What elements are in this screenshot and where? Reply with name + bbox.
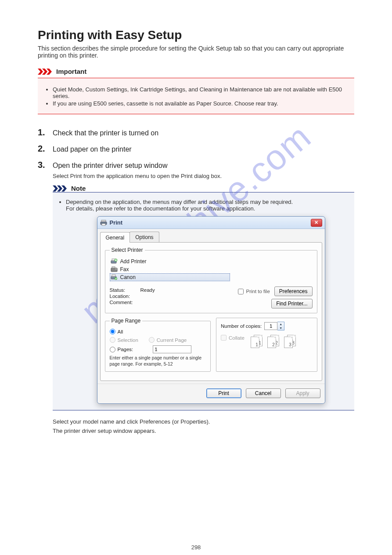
step-text: Check that the printer is turned on <box>53 129 158 137</box>
step-1: 1. Check that the printer is turned on <box>38 127 354 138</box>
tab-options[interactable]: Options <box>129 232 159 242</box>
radio-current-input <box>149 337 155 343</box>
page-number: 298 <box>191 544 201 551</box>
spin-down-icon[interactable]: ▼ <box>277 326 284 330</box>
note-label: Note <box>71 185 86 192</box>
step-text: Open the printer driver setup window <box>53 162 167 170</box>
step-3-detail: Select Print from the application menu t… <box>53 173 354 179</box>
radio-selection-input <box>110 337 115 343</box>
note-item: Depending on the application, the menus … <box>66 199 348 212</box>
dialog-titlebar[interactable]: Print ✕ <box>97 217 325 229</box>
radio-all-label: All <box>118 329 123 334</box>
radio-pages[interactable]: Pages: <box>110 345 206 353</box>
important-label: Important <box>56 68 86 75</box>
copies-spinner[interactable]: ▲ ▼ <box>264 322 284 330</box>
status-value: Ready <box>140 287 155 293</box>
step-3: 3. Open the printer driver setup window <box>38 160 354 170</box>
step-number: 3. <box>38 160 47 170</box>
pages-hint: Enter either a single page number or a s… <box>110 355 206 367</box>
print-to-file-label: Print to file <box>246 289 270 294</box>
dialog-title: Print <box>110 219 308 226</box>
svg-marker-3 <box>53 185 58 192</box>
close-icon: ✕ <box>314 220 318 225</box>
printer-name: Fax <box>120 266 129 272</box>
chevron-right-icon <box>38 69 53 75</box>
important-heading: Important <box>38 68 354 75</box>
printer-name: Add Printer <box>120 258 147 265</box>
radio-pages-input[interactable] <box>110 347 115 352</box>
step-number: 1. <box>38 127 47 138</box>
printer-canon[interactable]: Canon <box>110 273 230 281</box>
tab-strip: General Options <box>97 229 325 242</box>
copies-group: Number of copies: ▲ ▼ <box>216 318 317 372</box>
select-printer-legend: Select Printer <box>110 247 145 253</box>
print-dialog: Print ✕ General Options Select Printer <box>97 216 325 404</box>
page-icon: 3 <box>284 337 293 348</box>
note-heading: Note <box>53 185 354 192</box>
radio-selection: Selection <box>110 337 138 343</box>
location-label: Location: <box>110 294 136 299</box>
spin-up-icon[interactable]: ▲ <box>277 322 284 326</box>
comment-label: Comment: <box>110 300 136 305</box>
page-subtitle: This section describes the simple proced… <box>38 45 354 59</box>
svg-rect-18 <box>112 275 115 276</box>
printer-add[interactable]: Add Printer <box>110 258 313 265</box>
step-2: 2. Load paper on the printer <box>38 144 354 154</box>
note-item-text: Depending on the application, the menus … <box>66 199 293 205</box>
radio-all[interactable]: All <box>110 329 206 334</box>
page-icon: 1 <box>251 337 259 348</box>
printer-fax[interactable]: Fax <box>110 265 313 273</box>
page-range-legend: Page Range <box>110 318 143 324</box>
print-to-file-input[interactable] <box>238 289 244 294</box>
page-range-group: Page Range All Selection <box>105 318 211 372</box>
important-box: Quiet Mode, Custom Settings, Ink Cartrid… <box>38 78 354 114</box>
printer-name: Canon <box>120 274 136 280</box>
cancel-button[interactable]: Cancel <box>246 388 281 398</box>
status-label: Status: <box>110 287 136 293</box>
add-printer-icon <box>111 258 118 265</box>
svg-rect-8 <box>102 224 105 225</box>
svg-marker-0 <box>38 69 43 75</box>
copies-label: Number of copies: <box>221 323 262 329</box>
fax-icon <box>111 266 118 272</box>
step-text: Load paper on the printer <box>53 145 132 153</box>
radio-all-input[interactable] <box>110 329 115 334</box>
svg-rect-6 <box>101 220 106 222</box>
page-title: Printing with Easy Setup <box>38 28 354 42</box>
svg-rect-13 <box>115 260 117 261</box>
radio-pages-label: Pages: <box>118 347 133 352</box>
step-number: 2. <box>38 144 47 154</box>
note-item-sub: For details, please refer to the documen… <box>66 205 255 212</box>
tab-pane-general: Select Printer Add Printer <box>100 242 322 381</box>
collate-label: Collate <box>229 335 245 341</box>
collate-illustration: 11 22 33 <box>251 335 297 348</box>
important-item: Quiet Mode, Custom Settings, Ink Cartrid… <box>53 86 347 99</box>
after-note-2: The printer driver setup window appears. <box>53 428 354 434</box>
select-printer-group: Select Printer Add Printer <box>105 247 317 313</box>
preferences-button[interactable]: Preferences <box>274 287 313 296</box>
printer-icon <box>111 274 118 280</box>
after-note-1: Select your model name and click Prefere… <box>53 418 354 425</box>
svg-rect-15 <box>112 267 115 268</box>
tab-general[interactable]: General <box>100 232 130 243</box>
collate-checkbox[interactable]: Collate <box>221 335 245 341</box>
page-icon: 2 <box>267 337 276 348</box>
close-button[interactable]: ✕ <box>311 219 322 227</box>
pages-input[interactable] <box>153 345 191 353</box>
chevron-right-icon <box>53 185 68 192</box>
important-item: If you are using E500 series, cassette i… <box>53 100 347 107</box>
svg-rect-16 <box>115 268 117 269</box>
radio-current-page: Current Page <box>149 337 187 343</box>
collate-input <box>221 335 227 341</box>
print-to-file-checkbox[interactable]: Print to file <box>238 289 270 294</box>
note-box: Depending on the application, the menus … <box>53 192 354 410</box>
print-button[interactable]: Print <box>206 388 241 398</box>
printer-icon <box>100 220 107 226</box>
apply-button: Apply <box>285 388 320 398</box>
radio-selection-label: Selection <box>118 337 138 343</box>
find-printer-button[interactable]: Find Printer... <box>271 299 312 308</box>
copies-input[interactable] <box>264 322 277 330</box>
radio-current-label: Current Page <box>157 337 187 343</box>
